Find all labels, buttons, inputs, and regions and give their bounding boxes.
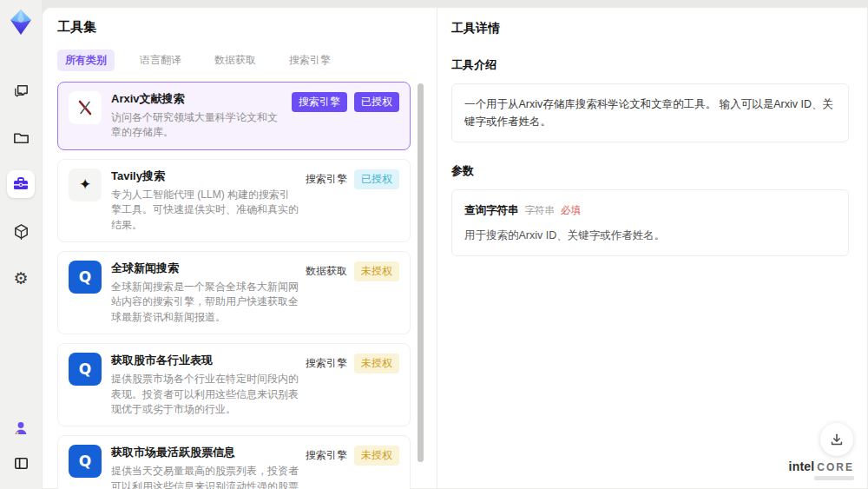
tool-card-tavily[interactable]: ✦ Tavily搜索 专为人工智能代理 (LLM) 构建的搜索引擎工具。可快速提… [57,159,411,242]
arxiv-icon [69,91,102,124]
param-box: 查询字符串 字符串 必填 用于搜索的Arxiv ID、关键字或作者姓名。 [451,189,849,256]
gear-icon[interactable]: ⚙ [7,264,35,292]
left-rail: ⚙ [0,0,42,489]
cube-icon[interactable] [7,217,35,245]
param-type: 字符串 [525,202,556,218]
tool-card-global-news[interactable]: Q 全球新闻搜索 全球新闻搜索是一个聚合全球各大新闻网站内容的搜索引擎，帮助用户… [57,251,411,334]
category-badge: 搜索引擎 [292,92,347,112]
details-title: 工具详情 [451,21,849,36]
intro-heading: 工具介绍 [451,57,849,73]
tool-card-stock-sectors[interactable]: Q 获取股市各行业表现 提供股票市场各个行业在特定时间段内的表现。投资者可以利用… [57,343,411,426]
param-required-flag: 必填 [561,202,581,218]
tab-all-categories[interactable]: 所有类别 [57,50,115,71]
app-logo[interactable] [8,9,34,40]
category-label: 搜索引擎 [306,172,347,187]
rail-bottom [7,414,35,477]
tool-name: 获取股市各行业表现 [111,353,299,368]
category-tabs: 所有类别 语言翻译 数据获取 搜索引擎 [57,50,411,71]
auth-badge: 已授权 [354,92,399,112]
category-label: 搜索引擎 [306,448,347,463]
main-surface: 工具集 所有类别 语言翻译 数据获取 搜索引擎 Arxiv文献搜索 访问各个研究… [42,7,868,489]
news-search-icon: Q [69,261,102,294]
tools-list-pane: 工具集 所有类别 语言翻译 数据获取 搜索引擎 Arxiv文献搜索 访问各个研究… [42,7,437,489]
category-label: 搜索引擎 [306,356,347,371]
download-button[interactable] [820,423,853,456]
tool-desc: 全球新闻搜索是一个聚合全球各大新闻网站内容的搜索引擎，帮助用户快速获取全球最新资… [111,280,299,325]
tool-details-pane: 工具详情 工具介绍 一个用于从Arxiv存储库搜索科学论文和文章的工具。 输入可… [437,7,868,489]
tool-desc: 提供当天交易量最高的股票列表，投资者可以利用这些信息来识别流动性强的股票和潜在的… [111,464,299,489]
category-label: 数据获取 [306,264,347,279]
tab-data-fetch[interactable]: 数据获取 [207,50,264,71]
page-title: 工具集 [57,19,411,36]
active-stock-icon: Q [69,445,102,478]
auth-badge: 已授权 [354,169,399,189]
brand-accent-bar [814,476,854,480]
tool-list: Arxiv文献搜索 访问各个研究领域大量科学论文和文章的存储库。 搜索引擎 已授… [57,82,411,489]
tool-card-active-stocks[interactable]: Q 获取市场最活跃股票信息 提供当天交易量最高的股票列表，投资者可以利用这些信息… [57,435,411,489]
intel-core-logo: intel CORE [789,460,854,480]
download-icon [829,432,845,447]
auth-badge: 未授权 [354,261,399,281]
auth-badge: 未授权 [354,354,399,373]
params-heading: 参数 [451,163,849,179]
avatar-icon[interactable] [7,414,35,442]
tab-translation[interactable]: 语言翻译 [132,50,189,71]
tab-search-engine[interactable]: 搜索引擎 [281,50,339,71]
scrollbar-thumb[interactable] [418,83,424,462]
tavily-star-icon: ✦ [69,169,102,202]
list-scrollbar[interactable] [418,78,424,480]
tool-desc: 专为人工智能代理 (LLM) 构建的搜索引擎工具。可快速提供实时、准确和真实的结… [111,188,299,233]
toolbox-icon-active[interactable] [7,170,35,198]
auth-badge: 未授权 [354,446,399,466]
chat-icon[interactable] [7,76,35,104]
tool-name: Tavily搜索 [111,169,299,184]
tool-card-arxiv[interactable]: Arxiv文献搜索 访问各个研究领域大量科学论文和文章的存储库。 搜索引擎 已授… [57,82,411,150]
stock-sector-icon: Q [69,353,102,386]
rail-nav: ⚙ [7,76,35,292]
panel-toggle-icon[interactable] [7,449,35,477]
tool-desc: 访问各个研究领域大量科学论文和文章的存储库。 [111,110,285,141]
param-name: 查询字符串 [464,202,519,219]
folder-icon[interactable] [7,123,35,151]
tool-name: 全球新闻搜索 [111,261,299,276]
tool-name: 获取市场最活跃股票信息 [111,445,299,460]
param-desc: 用于搜索的Arxiv ID、关键字或作者姓名。 [464,227,836,244]
intro-box: 一个用于从Arxiv存储库搜索科学论文和文章的工具。 输入可以是Arxiv ID… [451,83,849,142]
tool-name: Arxiv文献搜索 [111,91,285,107]
tool-desc: 提供股票市场各个行业在特定时间段内的表现。投资者可以利用这些信息来识别表现优于或… [111,372,299,417]
